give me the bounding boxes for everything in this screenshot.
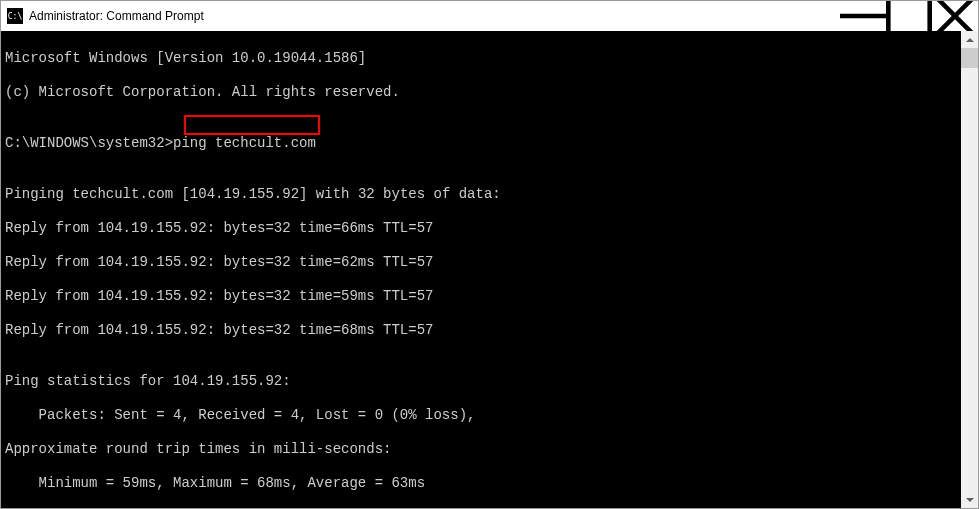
output-line: Packets: Sent = 4, Received = 4, Lost = … — [5, 407, 957, 424]
ip-address-highlighted: [104.19.155.92] — [181, 186, 307, 202]
annotation-highlight-box — [184, 115, 320, 135]
scroll-down-arrow-icon[interactable] — [961, 491, 978, 508]
window-title: Administrator: Command Prompt — [29, 9, 204, 23]
prompt-text: C:\WINDOWS\system32> — [5, 135, 173, 151]
scroll-up-arrow-icon[interactable] — [961, 31, 978, 48]
cmd-icon: C:\ — [7, 8, 23, 24]
output-line: Pinging techcult.com [104.19.155.92] wit… — [5, 186, 957, 203]
command-text: ping techcult.com — [173, 135, 316, 151]
output-line: Ping statistics for 104.19.155.92: — [5, 373, 957, 390]
output-line: (c) Microsoft Corporation. All rights re… — [5, 84, 957, 101]
window-controls — [840, 1, 978, 31]
output-line: Approximate round trip times in milli-se… — [5, 441, 957, 458]
terminal-output[interactable]: Microsoft Windows [Version 10.0.19044.15… — [1, 31, 961, 508]
maximize-button[interactable] — [886, 1, 932, 31]
output-line: Microsoft Windows [Version 10.0.19044.15… — [5, 50, 957, 67]
svg-marker-5 — [966, 498, 974, 502]
output-line: Reply from 104.19.155.92: bytes=32 time=… — [5, 288, 957, 305]
output-line: Minimum = 59ms, Maximum = 68ms, Average … — [5, 475, 957, 492]
scroll-thumb[interactable] — [961, 48, 978, 68]
output-line: Reply from 104.19.155.92: bytes=32 time=… — [5, 220, 957, 237]
minimize-button[interactable] — [840, 1, 886, 31]
ping-suffix: with 32 bytes of data: — [307, 186, 500, 202]
vertical-scrollbar[interactable] — [961, 31, 978, 508]
ping-prefix: Pinging techcult.com — [5, 186, 181, 202]
output-line: Reply from 104.19.155.92: bytes=32 time=… — [5, 322, 957, 339]
output-line: C:\WINDOWS\system32>ping techcult.com — [5, 135, 957, 152]
terminal-wrapper: Microsoft Windows [Version 10.0.19044.15… — [1, 31, 978, 508]
close-button[interactable] — [932, 1, 978, 31]
svg-marker-4 — [966, 38, 974, 42]
output-line: Reply from 104.19.155.92: bytes=32 time=… — [5, 254, 957, 271]
window-titlebar[interactable]: C:\ Administrator: Command Prompt — [1, 1, 978, 31]
